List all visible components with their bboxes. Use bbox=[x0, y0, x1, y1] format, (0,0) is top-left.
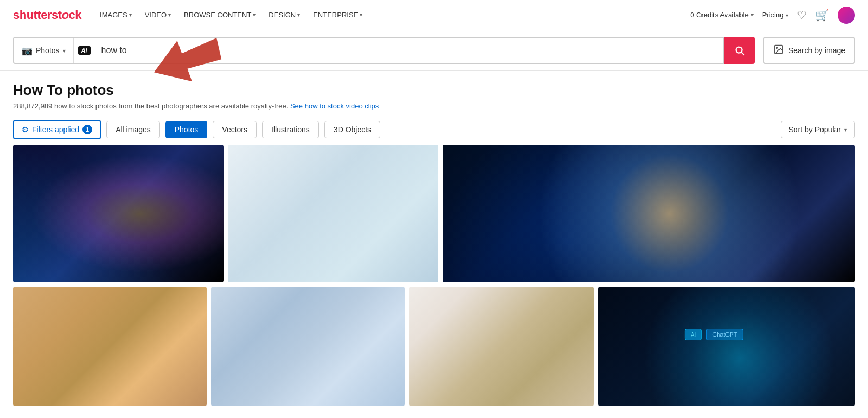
navbar: shutterstock IMAGES ▾ VIDEO ▾ BROWSE CON… bbox=[0, 0, 868, 30]
chevron-down-icon: ▾ bbox=[168, 12, 171, 18]
chevron-down-icon: ▾ bbox=[253, 12, 256, 18]
chevron-down-icon: ▾ bbox=[751, 12, 754, 18]
svg-point-1 bbox=[776, 47, 778, 48]
chevron-down-icon: ▾ bbox=[786, 12, 788, 18]
nav-item-video[interactable]: VIDEO ▾ bbox=[139, 8, 176, 22]
search-by-image-label: Search by image bbox=[788, 46, 845, 55]
chevron-down-icon: ▾ bbox=[63, 48, 66, 54]
camera-icon: 📷 bbox=[22, 46, 33, 56]
nav-item-enterprise[interactable]: ENTERPRISE ▾ bbox=[308, 8, 368, 22]
sort-label: Sort by Popular bbox=[789, 125, 841, 134]
image-kitchen[interactable] bbox=[409, 287, 594, 406]
chevron-down-icon: ▾ bbox=[844, 127, 847, 133]
nav-item-images[interactable]: IMAGES ▾ bbox=[94, 8, 137, 22]
page-header: How To photos 288,872,989 how to stock p… bbox=[0, 71, 868, 114]
page-subtitle: 288,872,989 how to stock photos from the… bbox=[13, 102, 855, 110]
search-by-image-button[interactable]: Search by image bbox=[763, 37, 855, 64]
pricing-button[interactable]: Pricing ▾ bbox=[762, 11, 788, 19]
chevron-down-icon: ▾ bbox=[129, 12, 132, 18]
favorites-icon[interactable]: ♡ bbox=[797, 9, 807, 22]
chevron-down-icon: ▾ bbox=[360, 12, 362, 18]
nav-item-browse[interactable]: BROWSE CONTENT ▾ bbox=[178, 8, 261, 22]
credits-button[interactable]: 0 Credits Available ▾ bbox=[690, 11, 753, 19]
search-bar: 📷 Photos ▾ Ai bbox=[13, 37, 724, 64]
ai-badge: Ai bbox=[78, 46, 91, 55]
image-warm-shadow[interactable] bbox=[13, 287, 207, 406]
page-title: How To photos bbox=[13, 82, 855, 99]
filters-applied-label: Filters applied bbox=[32, 125, 79, 134]
type-btn-3d[interactable]: 3D Objects bbox=[324, 121, 380, 138]
type-btn-vectors[interactable]: Vectors bbox=[213, 121, 257, 138]
search-submit-button[interactable] bbox=[724, 37, 755, 64]
search-bar-container: 📷 Photos ▾ Ai Search by image bbox=[0, 30, 868, 71]
sort-dropdown[interactable]: Sort by Popular ▾ bbox=[781, 121, 856, 138]
image-tech-laptop[interactable] bbox=[13, 145, 224, 282]
image-search-icon bbox=[773, 44, 784, 57]
type-btn-all-images[interactable]: All images bbox=[106, 121, 160, 138]
type-btn-photos[interactable]: Photos bbox=[165, 121, 208, 138]
type-btn-illustrations[interactable]: Illustrations bbox=[262, 121, 319, 138]
image-office-space[interactable] bbox=[228, 145, 438, 282]
search-icon bbox=[733, 44, 745, 56]
image-ai-hands[interactable] bbox=[443, 145, 855, 282]
nav-item-design[interactable]: DESIGN ▾ bbox=[263, 8, 305, 22]
image-blue-palm[interactable] bbox=[211, 287, 405, 406]
chevron-down-icon: ▾ bbox=[297, 12, 300, 18]
nav-links: IMAGES ▾ VIDEO ▾ BROWSE CONTENT ▾ DESIGN… bbox=[94, 8, 677, 22]
filter-bar: ⚙ Filters applied 1 All images Photos Ve… bbox=[0, 114, 868, 145]
cart-icon[interactable]: 🛒 bbox=[815, 9, 829, 22]
filter-icon: ⚙ bbox=[22, 125, 29, 134]
subtitle-link[interactable]: See how to stock video clips bbox=[290, 102, 379, 110]
filter-badge: 1 bbox=[82, 125, 92, 134]
bottom-image-row: AI ChatGPT bbox=[0, 287, 868, 406]
filters-applied-button[interactable]: ⚙ Filters applied 1 bbox=[13, 120, 101, 139]
logo[interactable]: shutterstock bbox=[13, 8, 81, 22]
top-image-row bbox=[0, 145, 868, 282]
nav-right: 0 Credits Available ▾ Pricing ▾ ♡ 🛒 bbox=[690, 7, 855, 24]
search-input[interactable] bbox=[95, 38, 723, 63]
search-type-button[interactable]: 📷 Photos ▾ bbox=[14, 38, 74, 63]
avatar[interactable] bbox=[838, 7, 855, 24]
image-chatgpt[interactable]: AI ChatGPT bbox=[598, 287, 855, 406]
search-type-label: Photos bbox=[36, 46, 60, 55]
